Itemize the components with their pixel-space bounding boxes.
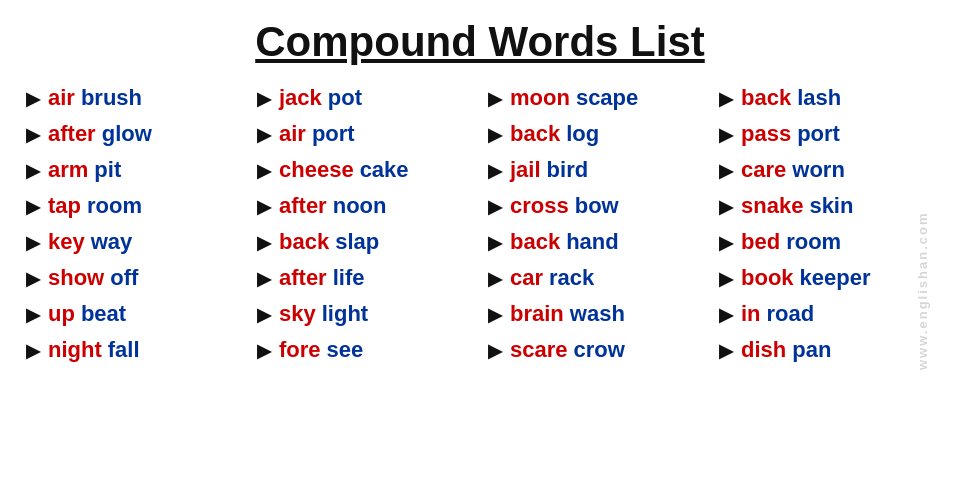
list-item: ▶afternoon bbox=[249, 188, 480, 224]
list-item: ▶dishpan bbox=[711, 332, 942, 368]
word-part1: after bbox=[279, 193, 327, 219]
list-item: ▶careworn bbox=[711, 152, 942, 188]
list-item: ▶bedroom bbox=[711, 224, 942, 260]
arrow-icon: ▶ bbox=[719, 340, 733, 362]
list-item: ▶armpit bbox=[18, 152, 249, 188]
list-item: ▶airport bbox=[249, 116, 480, 152]
word-part2: beat bbox=[81, 301, 126, 327]
list-item: ▶afterlife bbox=[249, 260, 480, 296]
arrow-icon: ▶ bbox=[257, 196, 271, 218]
list-item: ▶jackpot bbox=[249, 80, 480, 116]
word-part2: log bbox=[566, 121, 599, 147]
arrow-icon: ▶ bbox=[719, 304, 733, 326]
list-item: ▶backlash bbox=[711, 80, 942, 116]
word-part2: pot bbox=[328, 85, 362, 111]
list-item: ▶upbeat bbox=[18, 296, 249, 332]
word-part2: fall bbox=[108, 337, 140, 363]
arrow-icon: ▶ bbox=[488, 268, 502, 290]
word-part2: port bbox=[797, 121, 840, 147]
word-part1: back bbox=[741, 85, 791, 111]
list-item: ▶keyway bbox=[18, 224, 249, 260]
word-part1: scare bbox=[510, 337, 568, 363]
arrow-icon: ▶ bbox=[26, 160, 40, 182]
arrow-icon: ▶ bbox=[719, 232, 733, 254]
arrow-icon: ▶ bbox=[719, 268, 733, 290]
word-part1: pass bbox=[741, 121, 791, 147]
word-part1: jail bbox=[510, 157, 541, 183]
arrow-icon: ▶ bbox=[257, 268, 271, 290]
word-column-2: ▶moonscape▶backlog▶jailbird▶crossbow▶bac… bbox=[480, 80, 711, 368]
word-part2: lash bbox=[797, 85, 841, 111]
arrow-icon: ▶ bbox=[719, 160, 733, 182]
list-item: ▶bookkeeper bbox=[711, 260, 942, 296]
word-part1: brain bbox=[510, 301, 564, 327]
list-item: ▶scarecrow bbox=[480, 332, 711, 368]
word-part1: after bbox=[48, 121, 96, 147]
word-column-1: ▶jackpot▶airport▶cheesecake▶afternoon▶ba… bbox=[249, 80, 480, 368]
word-part2: worn bbox=[792, 157, 845, 183]
word-part2: slap bbox=[335, 229, 379, 255]
word-part2: pan bbox=[792, 337, 831, 363]
word-part2: road bbox=[767, 301, 815, 327]
list-item: ▶inroad bbox=[711, 296, 942, 332]
arrow-icon: ▶ bbox=[257, 124, 271, 146]
arrow-icon: ▶ bbox=[257, 160, 271, 182]
word-part2: keeper bbox=[800, 265, 871, 291]
word-part2: off bbox=[110, 265, 138, 291]
arrow-icon: ▶ bbox=[488, 88, 502, 110]
word-part2: brush bbox=[81, 85, 142, 111]
arrow-icon: ▶ bbox=[719, 196, 733, 218]
arrow-icon: ▶ bbox=[26, 196, 40, 218]
arrow-icon: ▶ bbox=[26, 124, 40, 146]
word-part1: car bbox=[510, 265, 543, 291]
word-part2: wash bbox=[570, 301, 625, 327]
arrow-icon: ▶ bbox=[488, 196, 502, 218]
word-part2: cake bbox=[360, 157, 409, 183]
word-part2: room bbox=[786, 229, 841, 255]
arrow-icon: ▶ bbox=[26, 232, 40, 254]
list-item: ▶afterglow bbox=[18, 116, 249, 152]
word-part1: back bbox=[279, 229, 329, 255]
word-part1: moon bbox=[510, 85, 570, 111]
list-item: ▶snakeskin bbox=[711, 188, 942, 224]
arrow-icon: ▶ bbox=[257, 232, 271, 254]
word-part1: in bbox=[741, 301, 761, 327]
word-part1: back bbox=[510, 229, 560, 255]
list-item: ▶moonscape bbox=[480, 80, 711, 116]
word-part2: light bbox=[322, 301, 368, 327]
list-item: ▶showoff bbox=[18, 260, 249, 296]
list-item: ▶cheesecake bbox=[249, 152, 480, 188]
list-item: ▶airbrush bbox=[18, 80, 249, 116]
list-item: ▶skylight bbox=[249, 296, 480, 332]
word-part1: after bbox=[279, 265, 327, 291]
list-item: ▶taproom bbox=[18, 188, 249, 224]
word-part2: port bbox=[312, 121, 355, 147]
word-part1: snake bbox=[741, 193, 803, 219]
word-column-3: ▶backlash▶passport▶careworn▶snakeskin▶be… bbox=[711, 80, 942, 368]
arrow-icon: ▶ bbox=[26, 304, 40, 326]
list-item: ▶carrack bbox=[480, 260, 711, 296]
word-part1: air bbox=[279, 121, 306, 147]
arrow-icon: ▶ bbox=[257, 88, 271, 110]
word-part2: glow bbox=[102, 121, 152, 147]
word-part1: sky bbox=[279, 301, 316, 327]
word-part2: bird bbox=[547, 157, 589, 183]
arrow-icon: ▶ bbox=[26, 268, 40, 290]
list-item: ▶crossbow bbox=[480, 188, 711, 224]
word-part1: cheese bbox=[279, 157, 354, 183]
list-item: ▶passport bbox=[711, 116, 942, 152]
word-part2: skin bbox=[809, 193, 853, 219]
list-item: ▶foresee bbox=[249, 332, 480, 368]
arrow-icon: ▶ bbox=[26, 88, 40, 110]
word-part1: key bbox=[48, 229, 85, 255]
arrow-icon: ▶ bbox=[26, 340, 40, 362]
word-part1: bed bbox=[741, 229, 780, 255]
word-part1: arm bbox=[48, 157, 88, 183]
word-part2: crow bbox=[574, 337, 625, 363]
arrow-icon: ▶ bbox=[719, 88, 733, 110]
word-part2: see bbox=[327, 337, 364, 363]
arrow-icon: ▶ bbox=[488, 124, 502, 146]
word-part1: show bbox=[48, 265, 104, 291]
list-item: ▶backlog bbox=[480, 116, 711, 152]
arrow-icon: ▶ bbox=[488, 232, 502, 254]
